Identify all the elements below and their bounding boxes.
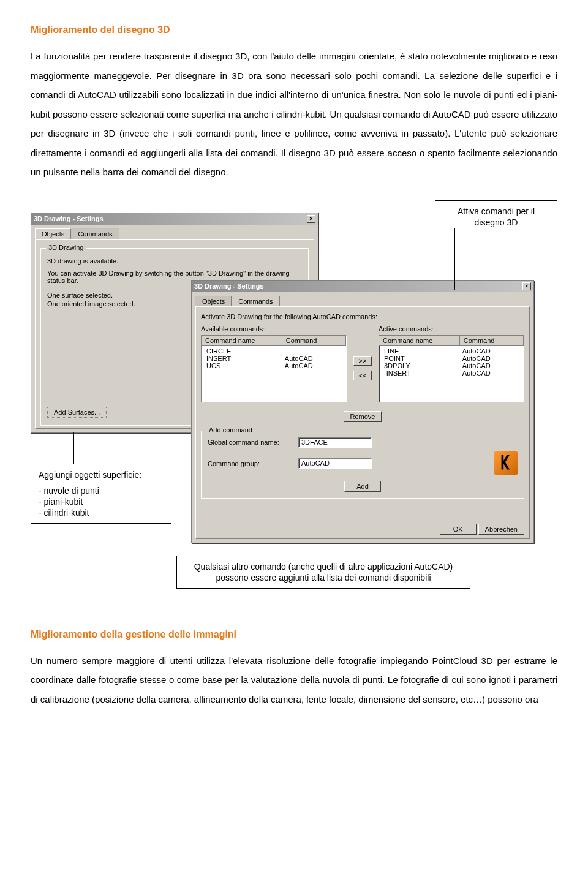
- screenshot-composite: 3D Drawing - Settings × Objects Commands…: [31, 200, 557, 611]
- callout-any-command: Qualsiasi altro comando (anche quelli di…: [176, 556, 470, 589]
- heading-2: Miglioramento della gestione delle immag…: [31, 629, 557, 640]
- tabrow-1: Objects Commands: [31, 225, 318, 239]
- titlebar-2: 3D Drawing - Settings ×: [192, 281, 533, 292]
- list-item[interactable]: LINEAutoCAD: [382, 347, 521, 355]
- dialog-commands: 3D Drawing - Settings × Objects Commands…: [191, 280, 534, 543]
- titlebar-1: 3D Drawing - Settings ×: [31, 213, 318, 225]
- add-surfaces-button[interactable]: Add Surfaces...: [47, 407, 107, 418]
- commands-subtitle: Activate 3D Drawing for the following Au…: [201, 313, 524, 320]
- remove-button[interactable]: Remove: [344, 411, 382, 422]
- col-cmdname: Command name: [202, 336, 282, 345]
- col-cmd: Command: [460, 336, 524, 345]
- pointer-line-2: [74, 432, 74, 464]
- cancel-button[interactable]: Abbrechen: [478, 524, 524, 535]
- callout-1-text: Attiva comandi per il disegno 3D: [458, 206, 535, 227]
- cmd-group-label: Command group:: [208, 460, 293, 467]
- logo-icon: [494, 451, 518, 476]
- global-cmd-field[interactable]: 3DFACE: [298, 437, 372, 448]
- title-1: 3D Drawing - Settings: [34, 215, 104, 222]
- move-right-button[interactable]: >>: [353, 356, 372, 366]
- callout-activate-commands: Attiva comandi per il disegno 3D: [435, 200, 557, 233]
- callout-2-item: - nuvole di punti: [39, 485, 164, 496]
- tab-objects-1[interactable]: Objects: [35, 228, 71, 239]
- add-command-group: Add command Global command name: 3DFACE …: [201, 431, 524, 499]
- active-label: Active commands:: [379, 325, 524, 333]
- body-text-2: Un numero sempre maggiore di utenti util…: [31, 651, 557, 709]
- tab-commands-2[interactable]: Commands: [232, 296, 279, 306]
- available-commands-list[interactable]: Command name Command CIRCLEINSERTAutoCAD…: [201, 335, 347, 402]
- list-item[interactable]: CIRCLE: [204, 347, 344, 355]
- cmd-group-field[interactable]: AutoCAD: [298, 458, 372, 469]
- close-icon[interactable]: ×: [307, 215, 315, 223]
- callout-2-item: - piani-kubit: [39, 496, 164, 507]
- list-item[interactable]: -INSERTAutoCAD: [382, 369, 521, 377]
- move-left-button[interactable]: <<: [353, 371, 372, 380]
- list-item[interactable]: UCSAutoCAD: [204, 362, 344, 369]
- callout-2-title: Aggiungi oggetti superficie:: [39, 469, 164, 480]
- heading-1: Miglioramento del disegno 3D: [31, 25, 557, 36]
- line-drawing-available: 3D drawing is available.: [47, 257, 302, 265]
- title-2: 3D Drawing - Settings: [194, 282, 264, 290]
- callout-2-item: - cilindri-kubit: [39, 507, 164, 518]
- ok-button[interactable]: OK: [440, 524, 477, 535]
- add-command-label: Add command: [206, 426, 255, 434]
- active-commands-list[interactable]: Command name Command LINEAutoCADPOINTAut…: [379, 335, 524, 402]
- group-label: 3D Drawing: [46, 244, 86, 251]
- col-cmdname: Command name: [379, 336, 460, 345]
- pointer-line-3: [322, 543, 322, 556]
- callout-add-objects: Aggiungi oggetti superficie: - nuvole di…: [31, 464, 172, 524]
- tab-commands-1[interactable]: Commands: [71, 228, 119, 239]
- list-item[interactable]: 3DPOLYAutoCAD: [382, 362, 521, 369]
- global-cmd-label: Global command name:: [208, 439, 293, 446]
- callout-3-text: Qualsiasi altro comando (anche quelli di…: [194, 562, 453, 583]
- tabrow-2: Objects Commands: [192, 292, 533, 306]
- list-item[interactable]: INSERTAutoCAD: [204, 355, 344, 362]
- body-text-1: La funzionalità per rendere trasparente …: [31, 47, 557, 182]
- close-icon[interactable]: ×: [522, 282, 531, 290]
- tab-objects-2[interactable]: Objects: [195, 296, 232, 306]
- available-label: Available commands:: [201, 325, 347, 333]
- col-cmd: Command: [282, 336, 346, 345]
- tabbody-2: Activate 3D Drawing for the following Au…: [195, 306, 530, 539]
- add-button[interactable]: Add: [344, 481, 381, 492]
- list-item[interactable]: POINTAutoCAD: [382, 355, 521, 362]
- pointer-line-1: [454, 228, 455, 290]
